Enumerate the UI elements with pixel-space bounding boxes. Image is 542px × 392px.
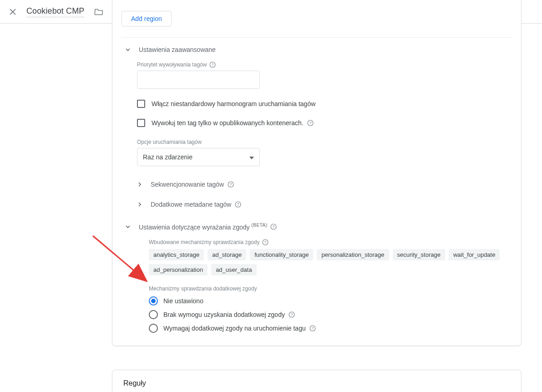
svg-text:?: ? <box>272 224 274 229</box>
consent-chip: ad_personalization <box>149 264 208 275</box>
fire-options-value: Raz na zdarzenie <box>143 153 192 161</box>
fire-options-select[interactable]: Raz na zdarzenie <box>137 148 260 166</box>
help-icon[interactable]: ? <box>209 61 216 68</box>
priority-input[interactable] <box>137 71 260 89</box>
svg-text:?: ? <box>212 62 214 67</box>
divider <box>122 37 512 38</box>
consent-chips: analytics_storagead_storagefunctionality… <box>149 249 512 275</box>
page-title[interactable]: Cookiebot CMP <box>26 6 84 17</box>
published-only-text: Wywołuj ten tag tylko w opublikowanych k… <box>152 119 304 127</box>
priority-label: Priorytet wywoływania tagów ? <box>137 61 512 68</box>
consent-settings-title: Ustawienia dotyczące wyrażania zgody (BE… <box>139 223 277 231</box>
help-icon[interactable]: ? <box>235 201 241 208</box>
svg-marker-6 <box>249 157 254 159</box>
help-icon[interactable]: ? <box>307 120 314 126</box>
rules-card: Reguły <box>112 370 522 392</box>
help-icon[interactable]: ? <box>309 325 316 331</box>
consent-title-text: Ustawienia dotyczące wyrażania zgody <box>139 224 251 231</box>
svg-text:?: ? <box>311 326 314 331</box>
help-icon[interactable]: ? <box>262 239 268 245</box>
chevron-down-icon <box>125 47 131 52</box>
help-icon[interactable]: ? <box>289 311 295 318</box>
tag-sequencing-text: Sekwencjonowanie tagów <box>151 181 224 188</box>
radio-require-additional[interactable] <box>149 324 158 333</box>
svg-text:?: ? <box>237 202 239 207</box>
radio-no-additional-text: Brak wymogu uzyskania dodatkowej zgody <box>163 311 285 318</box>
chevron-right-icon <box>137 202 142 207</box>
published-only-label: Wywołuj ten tag tylko w opublikowanych k… <box>152 119 314 127</box>
radio-no-additional-label: Brak wymogu uzyskania dodatkowej zgody ? <box>163 311 295 318</box>
builtin-consent-label: Wbudowane mechanizmy sprawdzania zgody ? <box>149 239 512 245</box>
consent-chip: ad_user_data <box>211 264 257 275</box>
consent-chip: analytics_storage <box>149 249 204 260</box>
consent-beta-badge: (BETA) <box>251 223 267 228</box>
dropdown-icon <box>249 153 254 161</box>
close-icon[interactable] <box>9 8 16 15</box>
consent-chip: ad_storage <box>208 249 246 260</box>
consent-settings-toggle[interactable]: Ustawienia dotyczące wyrażania zgody (BE… <box>122 223 512 231</box>
consent-chip: functionality_storage <box>250 249 313 260</box>
folder-icon[interactable] <box>94 8 103 15</box>
radio-require-additional-text: Wymagaj dodatkowej zgody na uruchomienie… <box>163 325 306 332</box>
help-icon[interactable]: ? <box>228 181 234 188</box>
priority-label-text: Priorytet wywoływania tagów <box>137 61 207 68</box>
chevron-down-icon <box>125 224 131 229</box>
radio-not-set-label: Nie ustawiono <box>163 297 203 305</box>
consent-chip: wait_for_update <box>449 249 500 260</box>
consent-chip: personalization_storage <box>317 249 389 260</box>
builtin-consent-text: Wbudowane mechanizmy sprawdzania zgody <box>149 239 259 245</box>
add-region-button[interactable]: Add region <box>122 11 172 26</box>
additional-consent-label: Mechanizmy sprawdzania dodatkowej zgody <box>149 285 512 292</box>
advanced-settings-toggle[interactable]: Ustawienia zaawansowane <box>122 46 512 53</box>
help-icon[interactable]: ? <box>270 224 277 230</box>
radio-require-additional-label: Wymagaj dodatkowej zgody na uruchomienie… <box>163 325 316 332</box>
fire-options-label: Opcje uruchamiania tagów <box>137 139 512 145</box>
radio-not-set[interactable] <box>149 296 158 305</box>
tag-metadata-text: Dodatkowe metadane tagów <box>151 201 231 208</box>
tag-metadata-title: Dodatkowe metadane tagów ? <box>151 201 241 208</box>
svg-text:?: ? <box>309 121 311 125</box>
svg-text:?: ? <box>290 312 293 317</box>
tag-sequencing-toggle[interactable]: Sekwencjonowanie tagów ? <box>137 174 512 194</box>
chevron-right-icon <box>137 182 142 187</box>
tag-metadata-toggle[interactable]: Dodatkowe metadane tagów ? <box>137 194 512 214</box>
svg-text:?: ? <box>230 182 232 187</box>
tag-sequencing-title: Sekwencjonowanie tagów ? <box>151 181 234 188</box>
consent-chip: security_storage <box>393 249 445 260</box>
radio-no-additional[interactable] <box>149 310 158 319</box>
published-only-checkbox[interactable] <box>137 119 145 127</box>
custom-schedule-label: Włącz niestandardowy harmonogram urucham… <box>152 100 315 107</box>
svg-text:?: ? <box>264 240 267 244</box>
rules-title: Reguły <box>123 379 510 387</box>
tag-config-card: Add region Ustawienia zaawansowane Prior… <box>112 0 522 346</box>
custom-schedule-checkbox[interactable] <box>137 100 145 108</box>
advanced-settings-title: Ustawienia zaawansowane <box>139 46 216 53</box>
